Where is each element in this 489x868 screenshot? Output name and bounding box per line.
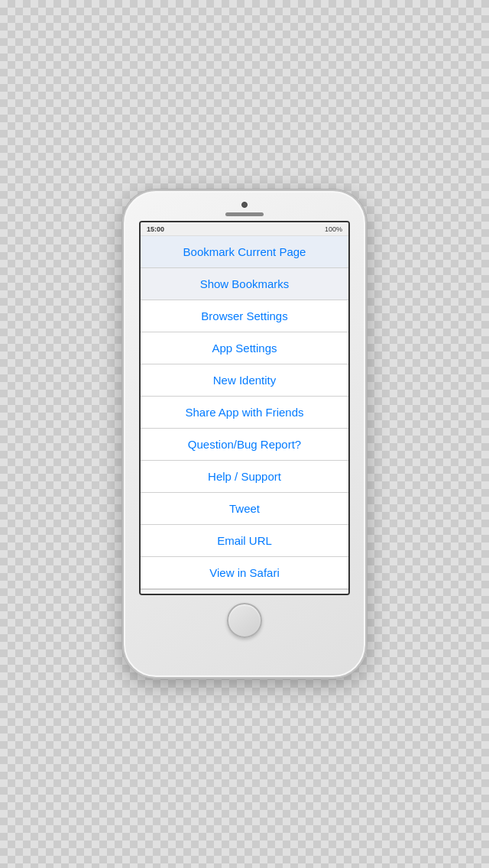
menu-item-browser-settings[interactable]: Browser Settings (141, 300, 348, 332)
action-sheet-menu: Bookmark Current Page Show Bookmarks Bro… (141, 236, 348, 589)
phone-screen: 15:00 100% Bookmark Current Page Show Bo… (139, 221, 350, 595)
menu-item-bookmark-current-page[interactable]: Bookmark Current Page (141, 236, 348, 268)
menu-item-email-url[interactable]: Email URL (141, 525, 348, 557)
time-text: hrs 54 mins (176, 594, 214, 596)
phone-device: 15:00 100% Bookmark Current Page Show Bo… (122, 189, 367, 679)
menu-item-help-support[interactable]: Help / Support (141, 461, 348, 493)
status-time: 15:00 (147, 225, 164, 233)
phone-top (124, 191, 365, 216)
bottom-content-snippet: In Stock hrs 54 mins and choose Two-Day (141, 589, 348, 595)
speaker-icon (225, 212, 264, 216)
menu-item-question-bug-report[interactable]: Question/Bug Report? (141, 429, 348, 461)
suffix-text: and choose Two-Day (214, 594, 278, 596)
menu-item-share-app-with-friends[interactable]: Share App with Friends (141, 397, 348, 429)
menu-item-view-in-safari[interactable]: View in Safari (141, 557, 348, 589)
camera-icon (241, 202, 248, 208)
status-bar: 15:00 100% (141, 222, 348, 236)
in-stock-label: In Stock (147, 594, 176, 596)
menu-item-app-settings[interactable]: App Settings (141, 332, 348, 364)
menu-item-new-identity[interactable]: New Identity (141, 364, 348, 397)
home-button[interactable] (227, 603, 262, 638)
menu-item-tweet[interactable]: Tweet (141, 493, 348, 525)
status-battery: 100% (325, 225, 342, 233)
menu-item-show-bookmarks[interactable]: Show Bookmarks (141, 268, 348, 300)
